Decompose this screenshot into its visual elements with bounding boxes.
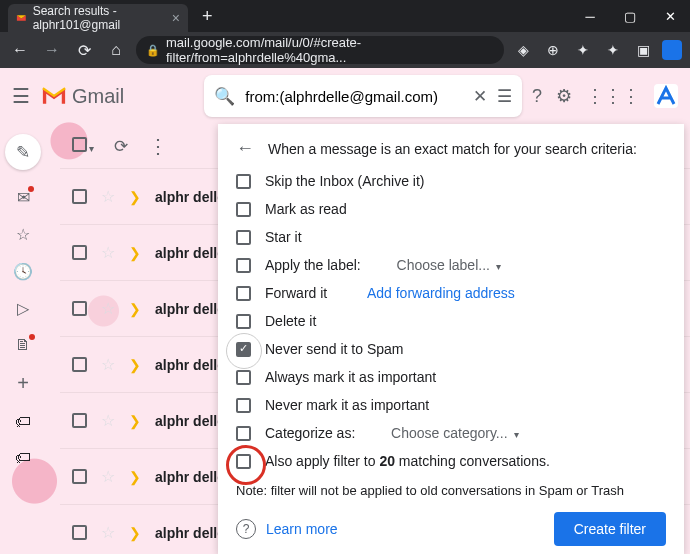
row-checkbox[interactable]	[72, 525, 87, 540]
option-always-important[interactable]: Always mark it as important	[236, 369, 666, 385]
sender-name: alphr delle	[155, 525, 225, 541]
create-filter-panel: ← When a message is an exact match for y…	[218, 124, 684, 554]
extension-icon[interactable]: ⊕	[542, 39, 564, 61]
close-window-button[interactable]: ✕	[650, 0, 690, 32]
extension-icon[interactable]: ✦	[572, 39, 594, 61]
extension-icon[interactable]: ◈	[512, 39, 534, 61]
main-menu-icon[interactable]: ☰	[12, 84, 30, 108]
panel-title: When a message is an exact match for you…	[268, 141, 637, 157]
sender-name: alphr delle	[155, 245, 225, 261]
option-apply-existing[interactable]: Also apply filter to 20 matching convers…	[236, 453, 666, 469]
star-icon[interactable]: ☆	[101, 187, 115, 206]
filter-note: Note: filter will not be applied to old …	[236, 483, 666, 498]
home-button[interactable]: ⌂	[104, 41, 128, 59]
add-forwarding-link[interactable]: Add forwarding address	[367, 285, 515, 301]
address-bar[interactable]: 🔒 mail.google.com/mail/u/0/#create-filte…	[136, 36, 504, 64]
drafts-icon[interactable]: 🗎	[15, 336, 31, 354]
star-icon[interactable]: ☆	[101, 467, 115, 486]
star-icon[interactable]: ☆	[101, 299, 115, 318]
row-checkbox[interactable]	[72, 413, 87, 428]
label-select[interactable]: Choose label...▾	[397, 257, 501, 273]
sender-name: alphr delle	[155, 413, 225, 429]
expand-labels-icon[interactable]: +	[17, 372, 29, 395]
option-star[interactable]: Star it	[236, 229, 666, 245]
sender-name: alphr delle	[155, 357, 225, 373]
sender-name: alphr delle	[155, 189, 225, 205]
tab-title: Search results - alphr101@gmail	[33, 4, 166, 32]
important-marker-icon[interactable]: ❯	[129, 469, 141, 485]
forward-button[interactable]: →	[40, 41, 64, 59]
reload-button[interactable]: ⟳	[72, 41, 96, 60]
back-icon[interactable]: ←	[236, 138, 254, 159]
option-delete[interactable]: Delete it	[236, 313, 666, 329]
option-forward[interactable]: Forward it Add forwarding address	[236, 285, 666, 301]
starred-icon[interactable]: ☆	[16, 225, 30, 244]
search-input[interactable]	[245, 88, 463, 105]
back-button[interactable]: ←	[8, 41, 32, 59]
important-marker-icon[interactable]: ❯	[129, 301, 141, 317]
option-never-spam[interactable]: Never send it to Spam	[236, 341, 666, 357]
search-options-icon[interactable]: ☰	[497, 86, 512, 107]
sender-name: alphr delle	[155, 469, 225, 485]
row-checkbox[interactable]	[72, 189, 87, 204]
sent-icon[interactable]: ▷	[17, 299, 29, 318]
browser-tab[interactable]: Search results - alphr101@gmail ×	[8, 4, 188, 32]
inbox-icon[interactable]: ✉	[17, 188, 30, 207]
option-apply-label[interactable]: Apply the label: Choose label...▾	[236, 257, 666, 273]
gmail-m-icon	[40, 86, 68, 106]
compose-button[interactable]: ✎	[5, 134, 41, 170]
important-marker-icon[interactable]: ❯	[129, 245, 141, 261]
url-text: mail.google.com/mail/u/0/#create-filter/…	[166, 35, 494, 65]
star-icon[interactable]: ☆	[101, 523, 115, 542]
tab-close-icon[interactable]: ×	[172, 10, 180, 26]
lock-icon: 🔒	[146, 44, 160, 57]
category-select[interactable]: Choose category...▾	[391, 425, 518, 441]
account-avatar[interactable]	[654, 84, 678, 108]
row-checkbox[interactable]	[72, 301, 87, 316]
row-checkbox[interactable]	[72, 245, 87, 260]
extension-icon[interactable]	[662, 40, 682, 60]
gmail-logo-text: Gmail	[72, 85, 124, 108]
minimize-button[interactable]: ─	[570, 0, 610, 32]
new-tab-button[interactable]: +	[196, 3, 219, 30]
learn-more-link[interactable]: Learn more	[266, 521, 338, 537]
important-marker-icon[interactable]: ❯	[129, 525, 141, 541]
maximize-button[interactable]: ▢	[610, 0, 650, 32]
snoozed-icon[interactable]: 🕓	[13, 262, 33, 281]
search-box[interactable]: 🔍 ✕ ☰	[204, 75, 522, 117]
row-checkbox[interactable]	[72, 357, 87, 372]
star-icon[interactable]: ☆	[101, 411, 115, 430]
important-marker-icon[interactable]: ❯	[129, 413, 141, 429]
create-filter-button[interactable]: Create filter	[554, 512, 666, 546]
help-icon[interactable]: ?	[236, 519, 256, 539]
select-all-checkbox[interactable]: ▾	[72, 137, 94, 156]
star-icon[interactable]: ☆	[101, 243, 115, 262]
gmail-favicon	[16, 11, 27, 25]
more-button[interactable]: ⋮	[148, 134, 168, 158]
option-categorize[interactable]: Categorize as: Choose category...▾	[236, 425, 666, 441]
clear-search-icon[interactable]: ✕	[473, 86, 487, 107]
settings-icon[interactable]: ⚙	[556, 85, 572, 107]
option-skip-inbox[interactable]: Skip the Inbox (Archive it)	[236, 173, 666, 189]
important-marker-icon[interactable]: ❯	[129, 189, 141, 205]
search-icon[interactable]: 🔍	[214, 86, 235, 107]
extensions-icon[interactable]: ✦	[602, 39, 624, 61]
apps-icon[interactable]: ⋮⋮⋮	[586, 85, 640, 107]
extension-icon[interactable]: ▣	[632, 39, 654, 61]
star-icon[interactable]: ☆	[101, 355, 115, 374]
option-never-important[interactable]: Never mark it as important	[236, 397, 666, 413]
label-icon[interactable]: 🏷	[15, 449, 31, 467]
refresh-button[interactable]: ⟳	[114, 136, 128, 157]
label-icon[interactable]: 🏷	[15, 413, 31, 431]
row-checkbox[interactable]	[72, 469, 87, 484]
option-mark-read[interactable]: Mark as read	[236, 201, 666, 217]
sender-name: alphr delle	[155, 301, 225, 317]
important-marker-icon[interactable]: ❯	[129, 357, 141, 373]
support-icon[interactable]: ?	[532, 86, 542, 107]
gmail-logo[interactable]: Gmail	[40, 85, 124, 108]
